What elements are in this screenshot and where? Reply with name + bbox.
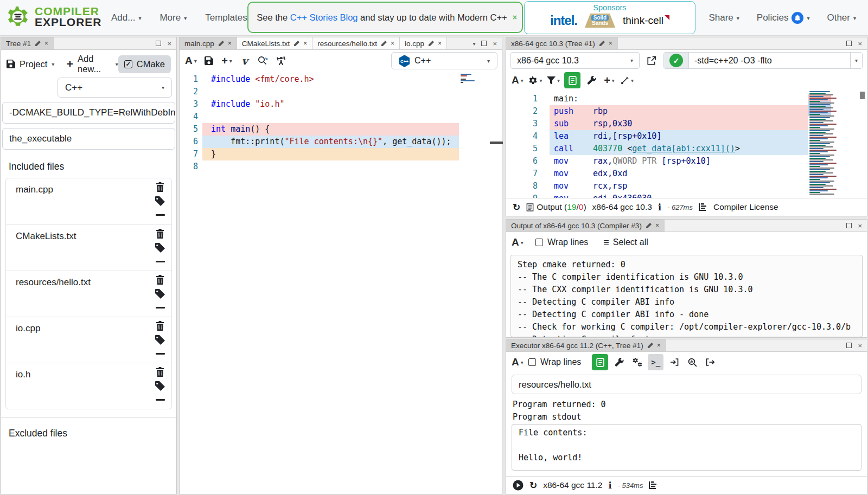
close-icon[interactable]: ×: [303, 40, 307, 47]
tools-button[interactable]: [584, 72, 598, 88]
close-icon[interactable]: ×: [167, 40, 171, 48]
stdin-toggle-button[interactable]: [667, 354, 681, 370]
font-size-button[interactable]: A▾: [184, 53, 198, 69]
code-line[interactable]: 3#include "io.h": [180, 98, 502, 111]
delete-file-icon[interactable]: [156, 367, 164, 377]
tab-overflow-icon[interactable]: ▾: [473, 41, 475, 47]
code-line[interactable]: 4leardi,[rsp+0x10]: [506, 130, 867, 143]
close-icon[interactable]: ×: [44, 40, 48, 47]
solid-sands-logo[interactable]: Solid Sands: [585, 14, 615, 28]
code-line[interactable]: 5int main() {: [180, 123, 502, 136]
cmake-args-input[interactable]: -DCMAKE_BUILD_TYPE=RelWithDebInfo: [2, 102, 175, 124]
exclude-file-icon[interactable]: [156, 399, 165, 401]
tab-executor[interactable]: Executor x86-64 gcc 11.2 (C++, Tree #1)×: [506, 339, 666, 351]
code-line[interactable]: 1#include <fmt/core.h>: [180, 73, 502, 86]
rename-icon[interactable]: [599, 41, 605, 47]
close-icon[interactable]: ×: [609, 40, 612, 47]
rename-icon[interactable]: [293, 41, 299, 47]
intel-logo[interactable]: intel.: [550, 13, 577, 28]
code-line[interactable]: 8movrcx,rsp: [506, 180, 867, 192]
executable-name-input[interactable]: the_executable: [2, 128, 175, 150]
asm-code[interactable]: 1main:2pushrbp3subrsp,0x304leardi,[rsp+0…: [506, 91, 867, 198]
stdin-input[interactable]: resources/hello.txt: [512, 375, 861, 394]
templates-button[interactable]: Templates: [205, 12, 247, 23]
compiler-explorer-logo[interactable]: COMPILER EXPLORER: [5, 4, 102, 29]
add-new-menu[interactable]: + Add new... ▾: [67, 54, 118, 74]
rename-icon[interactable]: [35, 41, 41, 47]
add-pane-button[interactable]: +▾: [602, 72, 616, 88]
rename-icon[interactable]: [646, 223, 652, 229]
tab-output[interactable]: Output of x86-64 gcc 10.3 (Compiler #3)×: [506, 220, 665, 232]
info-icon[interactable]: i: [658, 202, 661, 213]
stage-file-icon[interactable]: [155, 381, 165, 391]
exclude-file-icon[interactable]: [156, 307, 165, 308]
close-icon[interactable]: ×: [655, 222, 659, 229]
close-icon[interactable]: ×: [228, 40, 232, 47]
share-menu[interactable]: Share▾: [709, 12, 739, 23]
filter-button[interactable]: ▾: [546, 72, 560, 88]
cppinsights-button[interactable]: [256, 53, 270, 69]
compiler-options-button[interactable]: [612, 354, 626, 370]
add-pane-button[interactable]: +▾: [220, 53, 234, 69]
info-icon[interactable]: i: [608, 480, 611, 491]
rename-icon[interactable]: [428, 41, 434, 47]
pane-resize-handle[interactable]: [490, 142, 503, 144]
timing-chart-icon[interactable]: [649, 481, 658, 489]
stage-file-icon[interactable]: [155, 289, 165, 299]
file-item[interactable]: main.cpp: [6, 178, 171, 224]
recompile-icon[interactable]: ↻: [513, 202, 520, 213]
libraries-button[interactable]: [592, 354, 608, 370]
run-button[interactable]: [513, 480, 524, 491]
exclude-file-icon[interactable]: [156, 214, 165, 216]
editor-language-picker[interactable]: C++ C++ ▾: [391, 52, 497, 69]
save-button[interactable]: [202, 53, 216, 69]
code-line[interactable]: 2: [180, 86, 502, 98]
wrap-lines-checkbox[interactable]: Wrap lines: [528, 357, 581, 367]
delete-file-icon[interactable]: [156, 275, 164, 285]
compiler-select[interactable]: x86-64 gcc 10.3▾: [510, 52, 640, 69]
code-line[interactable]: 9movedi,0x436030: [506, 192, 867, 198]
code-line[interactable]: 2pushrbp: [506, 105, 867, 118]
code-line[interactable]: 3subrsp,0x30: [506, 118, 867, 130]
delete-file-icon[interactable]: [156, 229, 164, 239]
file-item[interactable]: resources/hello.txt: [6, 271, 171, 317]
stdout-toggle-button[interactable]: [703, 354, 717, 370]
maximize-icon[interactable]: [846, 223, 852, 228]
tab-resources-hello[interactable]: resources/hello.txt×: [312, 37, 400, 49]
close-icon[interactable]: ×: [438, 40, 442, 47]
code-line[interactable]: 6movrax,QWORD PTR [rsp+0x10]: [506, 155, 867, 168]
stage-file-icon[interactable]: [155, 335, 165, 345]
rerun-icon[interactable]: ↻: [529, 480, 537, 491]
tab-io-cpp[interactable]: io.cpp×: [400, 37, 447, 49]
compiler-options-input[interactable]: [689, 53, 850, 68]
find-button[interactable]: [685, 354, 699, 370]
code-line[interactable]: 1main:: [506, 93, 867, 105]
close-icon[interactable]: ×: [858, 222, 862, 230]
font-size-button[interactable]: A▾: [510, 354, 525, 370]
quickbench-button[interactable]: [273, 53, 288, 69]
close-icon[interactable]: ×: [513, 13, 517, 22]
rename-icon[interactable]: [381, 41, 387, 47]
symbol-link[interactable]: get_data[abi:cxx11](): [632, 144, 735, 153]
add-menu[interactable]: Add...▾: [111, 12, 141, 23]
tab-cmakelists[interactable]: CMakeLists.txt×: [237, 37, 313, 49]
editor-code[interactable]: 1#include <fmt/core.h>23#include "io.h"4…: [180, 72, 502, 459]
code-line[interactable]: 7movedx,0xd: [506, 168, 867, 180]
maximize-icon[interactable]: [481, 41, 487, 46]
policies-menu[interactable]: Policies ▾: [757, 12, 810, 24]
select-all-button[interactable]: ≡Select all: [603, 237, 648, 248]
output-button[interactable]: Output (19/0): [526, 202, 586, 212]
delete-file-icon[interactable]: [156, 321, 164, 331]
project-menu[interactable]: Project ▾: [7, 59, 54, 69]
close-icon[interactable]: ×: [391, 40, 394, 47]
tab-main-cpp[interactable]: main.cpp×: [180, 37, 237, 49]
delete-file-icon[interactable]: [156, 182, 164, 192]
execution-options-button[interactable]: [630, 354, 644, 370]
maximize-icon[interactable]: [156, 41, 161, 46]
exclude-file-icon[interactable]: [156, 353, 165, 355]
close-icon[interactable]: ×: [858, 40, 862, 48]
more-menu[interactable]: More▾: [159, 12, 187, 23]
maximize-icon[interactable]: [846, 41, 852, 46]
stage-file-icon[interactable]: [155, 243, 165, 253]
code-line[interactable]: 5call403770 <get_data[abi:cxx11]()>: [506, 143, 867, 155]
